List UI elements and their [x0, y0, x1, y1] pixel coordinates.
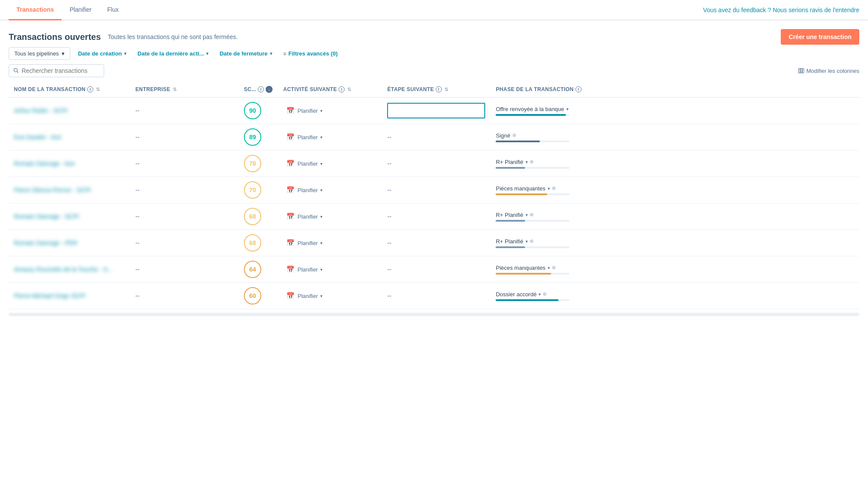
- phase-name[interactable]: R+ Planifié: [496, 238, 523, 245]
- phase-name[interactable]: R+ Planifié: [496, 212, 523, 218]
- chevron-down-icon: ▾: [320, 267, 322, 272]
- phase-name[interactable]: Signé: [496, 132, 510, 139]
- score-circle: 64: [244, 261, 261, 278]
- cell-entreprise: --: [130, 256, 239, 283]
- feedback-link[interactable]: Vous avez du feedback ? Nous serions rav…: [703, 7, 859, 13]
- cell-nom: Pierre-Michael Grign SCPI: [9, 283, 130, 309]
- cell-etape: --: [382, 256, 490, 283]
- transaction-name[interactable]: Arthur Robin - SCPI: [14, 107, 68, 114]
- chevron-down-icon: ▾: [320, 294, 322, 298]
- transaction-name[interactable]: Pierre Olenus-Perron - SCPI: [14, 187, 91, 193]
- dropdown-arrow-icon[interactable]: ▾: [526, 160, 528, 164]
- chevron-down-icon: ▾: [270, 51, 272, 56]
- search-box[interactable]: [9, 64, 104, 77]
- planifier-button[interactable]: 📅Planifier▾: [283, 264, 326, 275]
- phase-name[interactable]: Dossier accordé: [496, 291, 536, 298]
- planifier-button[interactable]: 📅Planifier▾: [283, 105, 326, 116]
- calendar-icon: 📅: [286, 160, 295, 167]
- calendar-icon: 📅: [286, 133, 295, 141]
- progress-bar-fill: [496, 299, 559, 301]
- tab-flux[interactable]: Flux: [99, 0, 126, 20]
- dropdown-arrow-icon[interactable]: ▾: [548, 186, 550, 191]
- sort-icon[interactable]: ⇅: [173, 87, 177, 92]
- date-activite-filter[interactable]: Date de la dernière acti... ▾: [134, 48, 212, 59]
- chevron-down-icon: ▾: [320, 241, 322, 245]
- phase-name[interactable]: Pièces manquantes: [496, 185, 545, 192]
- phase-label: Pièces manquantes▾: [496, 265, 854, 271]
- dropdown-arrow-icon[interactable]: ▾: [566, 107, 569, 111]
- score-circle: 90: [244, 102, 261, 119]
- planifier-button[interactable]: 📅Planifier▾: [283, 131, 326, 143]
- transaction-name[interactable]: Amaury Roumelis de la Touche - S...: [14, 266, 112, 273]
- progress-bar-background: [496, 246, 569, 248]
- chevron-down-icon: ▾: [206, 51, 208, 56]
- transaction-name[interactable]: Romain Damoge - PER: [14, 239, 77, 246]
- svg-point-0: [14, 69, 17, 72]
- dropdown-arrow-icon[interactable]: ▾: [526, 213, 528, 217]
- etape-value: --: [387, 239, 391, 246]
- planifier-button[interactable]: 📅Planifier▾: [283, 184, 326, 196]
- planifier-button[interactable]: 📅Planifier▾: [283, 158, 326, 169]
- sort-icon[interactable]: ⇅: [96, 87, 100, 92]
- filters-row: Tous les pipelines ▾ Date de création ▾ …: [0, 45, 868, 64]
- phase-wrap: Pièces manquantes▾: [496, 265, 854, 275]
- entreprise-value: --: [135, 187, 139, 193]
- chevron-down-icon: ▾: [320, 214, 322, 219]
- calendar-icon: 📅: [286, 107, 295, 115]
- transaction-name[interactable]: Romain Damoge - Asn: [14, 160, 75, 167]
- cell-entreprise: --: [130, 177, 239, 203]
- planifier-button[interactable]: 📅Planifier▾: [283, 290, 326, 301]
- score-circle: 89: [244, 128, 261, 146]
- create-transaction-button[interactable]: Créer une transaction: [781, 29, 859, 45]
- status-dot: [530, 160, 533, 164]
- score-sort-badge[interactable]: ↓: [266, 86, 273, 93]
- dropdown-arrow-icon[interactable]: ▾: [526, 239, 528, 244]
- filtres-avances-filter[interactable]: ≡ Filtres avancés (0): [280, 48, 341, 59]
- table-row: Romain Damoge - SCPI--68📅Planifier▾--R+ …: [9, 203, 859, 230]
- search-input[interactable]: [22, 67, 99, 74]
- etape-highlight-cell[interactable]: [387, 103, 485, 118]
- table-row: Romain Damoge - Asn--78📅Planifier▾--R+ P…: [9, 151, 859, 177]
- tab-transactions[interactable]: Transactions: [9, 0, 62, 20]
- planifier-label: Planifier: [297, 266, 318, 273]
- transaction-name[interactable]: Romain Damoge - SCPI: [14, 213, 79, 220]
- cell-phase: R+ Planifié▾: [490, 230, 859, 256]
- planifier-button[interactable]: 📅Planifier▾: [283, 237, 326, 249]
- sort-icon[interactable]: ⇅: [444, 87, 448, 92]
- phase-label: R+ Planifié▾: [496, 212, 854, 218]
- transaction-name[interactable]: Pierre-Michael Grign SCPI: [14, 292, 85, 299]
- date-fermeture-filter[interactable]: Date de fermeture ▾: [216, 48, 276, 59]
- cell-activite: 📅Planifier▾: [278, 124, 382, 151]
- chevron-down-icon: ▾: [124, 51, 126, 56]
- pipeline-select[interactable]: Tous les pipelines ▾: [9, 47, 70, 60]
- cell-entreprise: --: [130, 124, 239, 151]
- cell-nom: Pierre Olenus-Perron - SCPI: [9, 177, 130, 203]
- modify-columns-button[interactable]: Modifier les colonnes: [798, 68, 859, 74]
- phase-wrap: Pièces manquantes▾: [496, 185, 854, 195]
- cell-etape: --: [382, 151, 490, 177]
- date-creation-filter[interactable]: Date de création ▾: [75, 48, 130, 59]
- sort-icon[interactable]: ⇅: [347, 87, 351, 92]
- phase-name[interactable]: R+ Planifié: [496, 159, 523, 165]
- dropdown-arrow-icon[interactable]: ▾: [548, 265, 550, 270]
- planifier-button[interactable]: 📅Planifier▾: [283, 211, 326, 222]
- phase-name[interactable]: Offre renvoyée à la banque: [496, 106, 564, 112]
- cell-phase: Pièces manquantes▾: [490, 256, 859, 283]
- progress-bar-background: [496, 299, 569, 301]
- phase-wrap: Offre renvoyée à la banque▾: [496, 106, 854, 116]
- score-circle: 60: [244, 287, 261, 304]
- tab-planifier[interactable]: Planifier: [62, 0, 99, 20]
- transaction-name[interactable]: Eva Gautier - Asn: [14, 134, 62, 141]
- phase-name[interactable]: Pièces manquantes: [496, 265, 545, 271]
- cell-activite: 📅Planifier▾: [278, 283, 382, 309]
- cell-etape: --: [382, 124, 490, 151]
- status-dot: [552, 187, 556, 190]
- cell-score: 90: [239, 98, 278, 124]
- entreprise-value: --: [135, 292, 139, 299]
- info-icon: i: [436, 86, 442, 92]
- dropdown-arrow-icon[interactable]: ▾: [539, 292, 541, 297]
- table-scroll-bar[interactable]: [9, 313, 859, 316]
- progress-bar-fill: [496, 167, 525, 169]
- cell-score: 64: [239, 256, 278, 283]
- cell-score: 89: [239, 124, 278, 151]
